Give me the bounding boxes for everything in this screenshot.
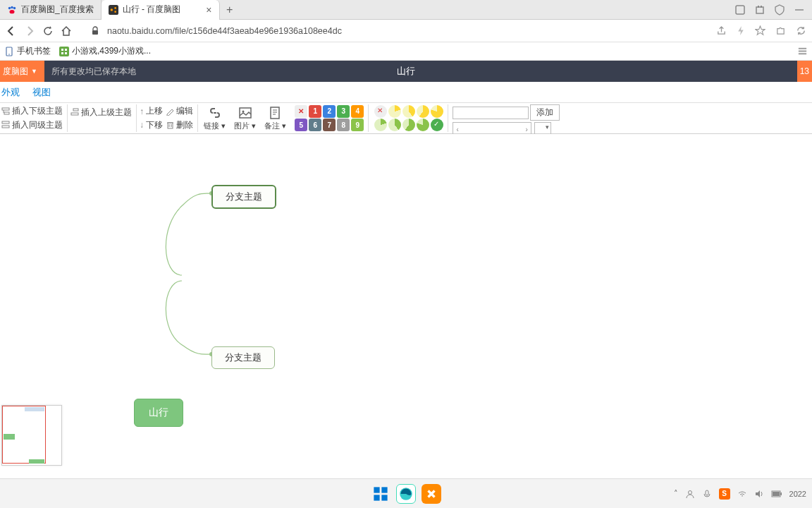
svg-rect-59 — [780, 492, 782, 495]
priority-6[interactable]: 6 — [309, 119, 321, 131]
minimap-node — [4, 434, 15, 440]
reload-button[interactable] — [42, 25, 54, 37]
lock-icon[interactable] — [90, 26, 100, 36]
extension-icon[interactable] — [754, 4, 765, 16]
priority-2[interactable]: 2 — [323, 105, 336, 118]
priority-9[interactable]: 9 — [351, 119, 364, 131]
progress-2[interactable] — [402, 105, 415, 118]
svg-rect-8 — [736, 6, 744, 14]
svg-point-3 — [10, 10, 15, 13]
priority-clear[interactable]: ✕ — [295, 105, 307, 118]
shield-icon[interactable] — [774, 4, 785, 16]
move-up-button[interactable]: ↑上移 — [140, 105, 163, 118]
mindmap-canvas[interactable]: 山行 分支主题 分支主题 — [0, 134, 812, 478]
priority-5[interactable]: 5 — [295, 119, 307, 131]
progress-3[interactable] — [417, 105, 429, 118]
share-icon[interactable] — [716, 25, 727, 36]
bookmark-item[interactable]: 小游戏,4399小游戏... — [59, 45, 151, 57]
priority-7[interactable]: 7 — [323, 119, 336, 131]
caret-down-icon: ▼ — [31, 68, 37, 75]
edge-icon[interactable] — [396, 484, 416, 504]
bookmark-label: 小游戏,4399小游戏... — [72, 45, 151, 57]
progress-row-1 — [374, 105, 443, 118]
resource-input[interactable] — [453, 107, 529, 119]
progress-8[interactable] — [417, 119, 429, 131]
priority-3[interactable]: 3 — [337, 105, 350, 118]
window-control-icon[interactable] — [734, 4, 746, 16]
progress-clear[interactable] — [374, 105, 387, 118]
tray-battery-icon[interactable] — [771, 490, 782, 498]
url-text[interactable]: naotu.baidu.com/file/c156de44f3aeab4e96e… — [107, 26, 342, 36]
back-button[interactable] — [6, 25, 17, 37]
bookmark-item[interactable]: 手机书签 — [4, 45, 51, 57]
tray-mic-icon[interactable] — [702, 489, 712, 499]
progress-5[interactable] — [374, 119, 387, 131]
browser-tab-active[interactable]: 山行 - 百度脑图 × — [102, 0, 220, 20]
note-icon — [269, 106, 283, 120]
menu-view[interactable]: 视图 — [32, 86, 51, 99]
minimize-icon[interactable] — [794, 4, 805, 16]
svg-rect-30 — [71, 113, 78, 115]
link-icon — [208, 106, 222, 120]
svg-rect-57 — [706, 490, 708, 495]
minimap[interactable] — [1, 405, 62, 466]
svg-rect-16 — [59, 47, 69, 56]
menu-appearance[interactable]: 外观 — [1, 86, 20, 99]
star-icon[interactable] — [755, 25, 765, 36]
system-tray: ˄ S 2022 — [674, 488, 806, 500]
tray-wifi-icon[interactable] — [737, 489, 747, 499]
svg-rect-53 — [374, 495, 379, 500]
svg-rect-31 — [168, 123, 173, 128]
browser-tab[interactable]: 百度脑图_百度搜索 — [0, 0, 102, 20]
bolt-icon[interactable] — [737, 25, 745, 36]
svg-point-2 — [13, 6, 16, 9]
tray-volume-icon[interactable] — [754, 489, 764, 499]
priority-4[interactable]: 4 — [351, 105, 364, 118]
progress-7[interactable] — [402, 119, 415, 131]
root-node[interactable]: 山行 — [134, 399, 183, 427]
progress-6[interactable] — [388, 119, 401, 131]
svg-rect-20 — [65, 52, 67, 54]
puzzle-icon[interactable] — [775, 25, 786, 36]
branch-node[interactable]: 分支主题 — [211, 346, 275, 369]
tray-chevron-icon[interactable]: ˄ — [674, 489, 678, 498]
progress-done[interactable] — [431, 119, 443, 131]
note-button[interactable]: 备注 ▾ — [260, 104, 290, 132]
svg-rect-10 — [758, 6, 759, 8]
tray-sogou-icon[interactable]: S — [719, 488, 730, 500]
branch-node-selected[interactable]: 分支主题 — [211, 185, 276, 209]
notification-counter[interactable]: 13 — [797, 61, 812, 82]
svg-rect-52 — [381, 487, 387, 492]
progress-1[interactable] — [388, 105, 401, 118]
forward-button[interactable] — [24, 25, 35, 37]
naotu-icon — [109, 5, 118, 15]
image-button[interactable]: 图片 ▾ — [230, 104, 260, 132]
tray-people-icon[interactable] — [685, 489, 695, 499]
insert-child-button[interactable]: 插入下级主题 — [1, 105, 63, 118]
refresh-cw-icon[interactable] — [796, 25, 806, 36]
progress-4[interactable] — [431, 105, 443, 118]
svg-rect-18 — [65, 49, 67, 51]
edit-button[interactable]: 编辑 — [166, 105, 193, 118]
home-button[interactable] — [61, 25, 72, 37]
new-tab-button[interactable]: + — [220, 4, 240, 16]
close-tab-icon[interactable]: × — [206, 4, 211, 16]
document-title[interactable]: 山行 — [397, 65, 415, 78]
start-button[interactable] — [371, 484, 390, 504]
move-down-button[interactable]: ↓下移 — [140, 119, 163, 131]
brand-menu[interactable]: 度脑图 ▼ — [0, 61, 44, 82]
insert-parent-button[interactable]: 插入上级主题 — [70, 106, 132, 119]
svg-rect-29 — [73, 109, 78, 111]
delete-button[interactable]: 删除 — [166, 119, 193, 131]
bookmark-more-icon[interactable] — [797, 46, 808, 56]
priority-8[interactable]: 8 — [337, 119, 350, 131]
svg-rect-19 — [61, 52, 63, 54]
add-button[interactable]: 添加 — [530, 104, 560, 121]
baidu-paw-icon — [7, 5, 17, 15]
insert-sibling-button[interactable]: 插入同级主题 — [1, 119, 63, 131]
app-header: 度脑图 ▼ 所有更改均已保存本地 山行 13 — [0, 61, 812, 82]
link-button[interactable]: 链接 ▾ — [199, 104, 230, 132]
priority-1[interactable]: 1 — [309, 105, 321, 118]
resource-dropdown[interactable] — [534, 122, 551, 135]
app-icon[interactable] — [422, 484, 441, 504]
